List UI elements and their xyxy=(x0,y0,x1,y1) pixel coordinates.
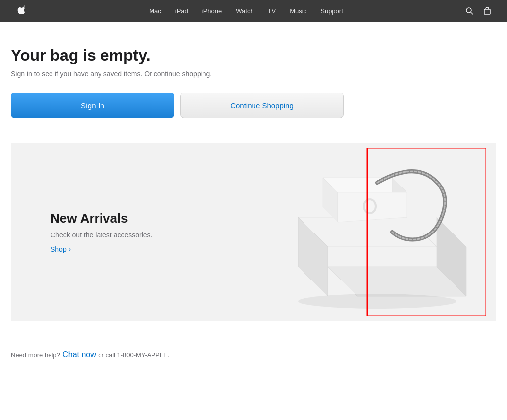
footer-help-text: Need more help? xyxy=(11,351,60,359)
nav-support[interactable]: Support xyxy=(314,0,349,22)
arrivals-text-section: New Arrivals Check out the latest access… xyxy=(11,211,199,254)
arrivals-title: New Arrivals xyxy=(51,211,199,226)
product-illustration xyxy=(209,148,486,316)
svg-point-13 xyxy=(298,294,456,309)
svg-rect-2 xyxy=(484,9,490,14)
apple-logo[interactable] xyxy=(11,5,32,17)
nav-music[interactable]: Music xyxy=(284,0,312,22)
arrivals-description: Check out the latest accessories. xyxy=(51,231,199,239)
navigation: Mac iPad iPhone Watch TV Music Support xyxy=(0,0,507,22)
continue-shopping-button[interactable]: Continue Shopping xyxy=(180,93,344,118)
arrivals-image xyxy=(199,143,496,321)
svg-line-1 xyxy=(471,12,473,14)
bag-icon[interactable] xyxy=(478,0,496,22)
svg-point-12 xyxy=(365,200,375,212)
new-arrivals-banner: New Arrivals Check out the latest access… xyxy=(11,143,496,321)
nav-ipad[interactable]: iPad xyxy=(169,0,194,22)
footer-chat-link[interactable]: Chat now xyxy=(62,350,96,359)
nav-mac[interactable]: Mac xyxy=(143,0,167,22)
signin-button[interactable]: Sign In xyxy=(11,93,174,118)
nav-tv[interactable]: TV xyxy=(262,0,282,22)
nav-watch[interactable]: Watch xyxy=(230,0,259,22)
action-buttons: Sign In Continue Shopping xyxy=(11,93,496,118)
footer-phone-text: or call 1-800-MY-APPLE. xyxy=(98,351,169,359)
nav-iphone[interactable]: iPhone xyxy=(196,0,228,22)
nav-icons xyxy=(460,0,496,22)
bag-subtitle: Sign in to see if you have any saved ite… xyxy=(11,70,496,78)
main-content: Your bag is empty. Sign in to see if you… xyxy=(11,22,496,341)
arrivals-shop-link[interactable]: Shop › xyxy=(51,245,71,253)
footer: Need more help? Chat now or call 1-800-M… xyxy=(0,341,507,368)
bag-title: Your bag is empty. xyxy=(11,47,496,65)
search-icon[interactable] xyxy=(460,0,478,22)
